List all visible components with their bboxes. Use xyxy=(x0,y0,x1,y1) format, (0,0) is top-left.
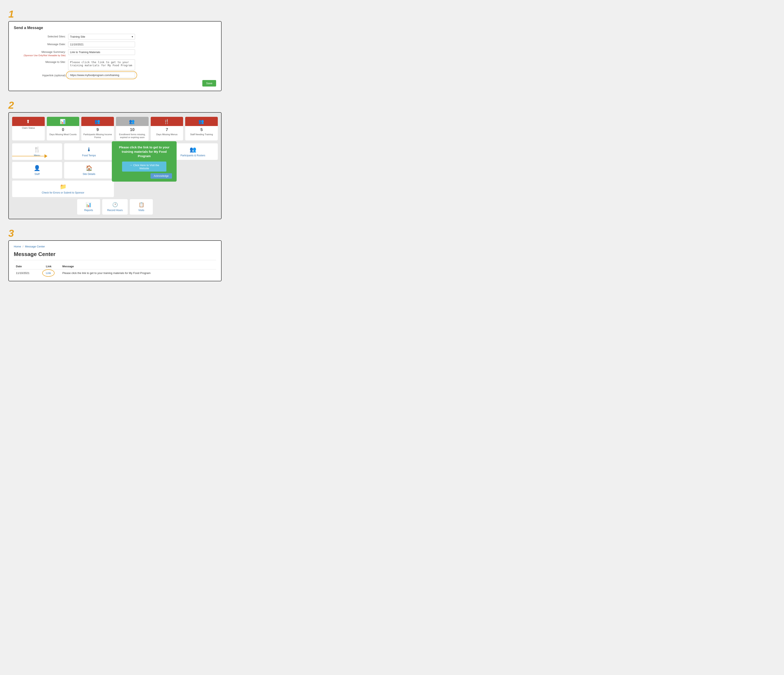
participants-icon: 👥 xyxy=(95,119,100,124)
link-oval-wrap: Link xyxy=(46,271,51,275)
message-center-table: Date Link Message 11/10/2021 Link Please… xyxy=(14,263,216,277)
enrollment-forms-label: Enrollment forms missing, expired or exp… xyxy=(116,132,149,141)
section1-title: Send a Message xyxy=(14,26,216,30)
participants-missing-income-number: 9 xyxy=(81,126,114,132)
participants-missing-income-card[interactable]: 👥 9 Participants Missing Income Forms xyxy=(81,117,114,141)
days-missing-meal-number: 0 xyxy=(47,126,79,132)
section3: Home / Message Center Message Center Dat… xyxy=(8,240,222,281)
days-missing-menus-header: 🍴 xyxy=(151,117,183,126)
message-date-input[interactable] xyxy=(68,42,135,47)
thermometer-icon: 🌡 xyxy=(86,146,92,153)
participants-missing-income-header: 👥 xyxy=(81,117,114,126)
reports-icon: 📊 xyxy=(86,202,91,207)
save-button[interactable]: Save xyxy=(202,80,216,87)
days-missing-menus-label: Days Missing Menus xyxy=(151,132,183,137)
clock-icon: 🕐 xyxy=(112,202,118,207)
visits-label: Visits xyxy=(138,209,144,212)
step2-label: 2 xyxy=(8,100,222,111)
reports-label: Reports xyxy=(84,209,93,212)
step1-label: 1 xyxy=(8,8,222,20)
record-hours-label: Record Hours xyxy=(107,209,123,212)
selected-sites-select[interactable]: Training Site ▾ xyxy=(68,34,135,39)
breadcrumb-separator: / xyxy=(23,245,23,248)
staff-needing-training-number: 5 xyxy=(185,126,218,132)
hyperlink-input-wrap xyxy=(68,72,135,78)
section1: Send a Message Selected Sites: Training … xyxy=(8,21,222,91)
house-icon: 🏠 xyxy=(86,165,92,171)
table-header-message: Message xyxy=(60,263,216,269)
participants-missing-income-label: Participants Missing Income Forms xyxy=(81,132,114,141)
table-cell-message: Please click the link to get to your tra… xyxy=(60,269,216,277)
site-details-label: Site Details xyxy=(82,173,95,176)
visit-website-button[interactable]: Click Here to Visit the Website xyxy=(122,162,166,171)
check-errors-label: Check for Errors or Submit to Sponsor xyxy=(42,191,84,194)
breadcrumb: Home / Message Center xyxy=(14,245,216,248)
participants-rosters-icon: 👥 xyxy=(190,146,196,153)
popup-placeholder: Please click the link to get to your tra… xyxy=(116,143,166,160)
message-summary-label: Message Summary: (Sponsor Use Only/Not V… xyxy=(14,49,68,57)
menu-card[interactable]: 🍴 Menu xyxy=(12,143,62,160)
menu-label: Menu xyxy=(34,154,40,157)
message-to-site-textarea[interactable]: Please click the link to get to your tra… xyxy=(68,59,135,70)
participants-rosters-label: Participants & Rosters xyxy=(180,154,205,157)
message-date-row: Message Date: xyxy=(14,42,216,47)
days-missing-menus-number: 7 xyxy=(151,126,183,132)
enrollment-icon: 👥 xyxy=(129,119,135,124)
staff-needing-training-label: Staff Needing Training xyxy=(185,132,218,137)
claim-status-card[interactable]: ⬆ Claim Status xyxy=(12,117,45,141)
notification-popup: Please click the link to get to your tra… xyxy=(112,141,177,182)
menu-icon: 🍴 xyxy=(34,146,40,153)
enrollment-forms-card[interactable]: 👥 10 Enrollment forms missing, expired o… xyxy=(116,117,149,141)
food-temps-label: Food Temps xyxy=(82,154,96,157)
days-missing-meal-label: Days Missing Meal Counts xyxy=(47,132,79,137)
bar-chart-icon: 📊 xyxy=(60,119,65,124)
visits-card[interactable]: 📋 Visits xyxy=(130,199,153,215)
table-cell-date: 11/10/2021 xyxy=(14,269,44,277)
claim-status-header: ⬆ xyxy=(12,117,45,126)
visits-icon: 📋 xyxy=(138,202,144,207)
staff-needing-training-card[interactable]: 👥 5 Staff Needing Training xyxy=(185,117,218,141)
check-errors-card[interactable]: 📁 Check for Errors or Submit to Sponsor xyxy=(12,180,114,197)
staff-needing-training-header: 👥 xyxy=(185,117,218,126)
arrow-head-icon xyxy=(45,154,47,158)
message-to-site-label: Message to Site: xyxy=(14,59,68,64)
message-summary-input[interactable] xyxy=(68,49,135,55)
staff-card[interactable]: 👤 Staff xyxy=(12,162,62,179)
site-details-card[interactable]: 🏠 Site Details xyxy=(64,162,114,179)
table-row: 11/10/2021 Link Please click the link to… xyxy=(14,269,216,277)
record-hours-card[interactable]: 🕐 Record Hours xyxy=(102,199,128,215)
message-center-title: Message Center xyxy=(14,251,216,260)
days-missing-meal-card[interactable]: 📊 0 Days Missing Meal Counts xyxy=(47,117,79,141)
staff-icon: 👥 xyxy=(198,119,204,124)
dashboard-bottom: 📊 Reports 🕐 Record Hours 📋 Visits xyxy=(12,199,218,215)
breadcrumb-current: Message Center xyxy=(25,245,45,248)
section2: ⬆ Claim Status 📊 0 Days Missing Meal Cou… xyxy=(8,112,222,219)
arrow-line xyxy=(12,156,45,156)
claim-status-label: Claim Status xyxy=(12,126,45,131)
days-missing-menus-card[interactable]: 🍴 7 Days Missing Menus xyxy=(151,117,183,141)
dropdown-chevron-icon: ▾ xyxy=(132,35,133,38)
table-cell-link: Link xyxy=(44,269,61,277)
hyperlink-label: Hyperlink (optional) xyxy=(14,73,68,77)
table-link[interactable]: Link xyxy=(46,271,51,275)
food-temps-card[interactable]: 🌡 Food Temps xyxy=(64,143,114,160)
enrollment-forms-number: 10 xyxy=(116,126,149,132)
staff-nav-label: Staff xyxy=(34,173,39,176)
selected-sites-label: Selected Sites: xyxy=(14,34,68,39)
enrollment-forms-header: 👥 xyxy=(116,117,149,126)
dashboard-grid: 🍴 Menu 🌡 Food Temps Please click the lin… xyxy=(12,143,218,197)
message-to-site-row: Message to Site: Please click the link t… xyxy=(14,59,216,70)
message-date-label: Message Date: xyxy=(14,42,68,46)
fork-icon: 🍴 xyxy=(164,119,169,124)
days-missing-meal-header: 📊 xyxy=(47,117,79,126)
dashboard-status-row: ⬆ Claim Status 📊 0 Days Missing Meal Cou… xyxy=(12,117,218,141)
message-summary-row: Message Summary: (Sponsor Use Only/Not V… xyxy=(14,49,216,57)
hyperlink-input[interactable] xyxy=(68,72,135,78)
hyperlink-row: Hyperlink (optional) xyxy=(14,72,216,78)
acknowledge-button[interactable]: Acknowledge xyxy=(151,173,172,179)
breadcrumb-home[interactable]: Home xyxy=(14,245,21,248)
notification-text: Please click the link to get to your tra… xyxy=(117,145,172,158)
step3-label: 3 xyxy=(8,227,222,239)
reports-card[interactable]: 📊 Reports xyxy=(77,199,100,215)
staff-nav-icon: 👤 xyxy=(34,165,40,171)
